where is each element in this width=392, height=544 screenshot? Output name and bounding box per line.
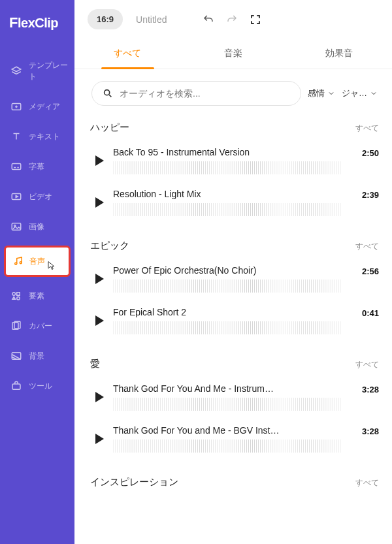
sidebar-item-text[interactable]: テキスト — [0, 121, 74, 152]
aspect-ratio-button[interactable]: 16:9 — [88, 9, 123, 29]
project-title[interactable]: Untitled — [136, 14, 167, 25]
cursor-icon — [46, 261, 56, 271]
main: 16:9 Untitled すべて 音楽 効果音 感情 ジャ… — [74, 0, 392, 544]
play-icon[interactable] — [95, 197, 104, 208]
sidebar-item-background[interactable]: 背景 — [0, 341, 74, 371]
sidebar-item-video[interactable]: ビデオ — [0, 182, 74, 212]
content: 感情 ジャ… ハッピー すべて Back To 95 - Instrumenta… — [74, 69, 392, 544]
track-title: For Epical Short 2 — [113, 307, 342, 317]
waveform — [113, 203, 342, 216]
sidebar-item-label: メディア — [29, 101, 60, 112]
layers-icon — [10, 65, 22, 77]
toolbox-icon — [10, 380, 22, 392]
track-row[interactable]: For Epical Short 2 0:41 — [86, 302, 383, 344]
sidebar-item-label: 画像 — [29, 221, 44, 232]
track-duration: 2:39 — [351, 189, 379, 200]
section-love: 愛 すべて Thank God For You And Me - Instrum… — [86, 355, 383, 462]
svg-rect-13 — [12, 384, 20, 389]
redo-icon[interactable] — [226, 14, 238, 25]
sidebar-item-media[interactable]: メディア — [0, 91, 74, 121]
section-happy: ハッピー すべて Back To 95 - Instrumental Versi… — [86, 119, 383, 225]
section-title: インスピレーション — [90, 476, 178, 488]
chevron-down-icon — [327, 89, 335, 97]
section-view-all[interactable]: すべて — [355, 359, 379, 370]
track-duration: 2:50 — [351, 147, 379, 158]
search-row: 感情 ジャ… — [91, 81, 378, 106]
section-title: 愛 — [90, 358, 100, 370]
search-box[interactable] — [91, 81, 301, 106]
track-row[interactable]: Resolution - Light Mix 2:39 — [86, 184, 383, 225]
topbar: 16:9 Untitled — [74, 0, 392, 39]
sidebar-item-label: 音声 — [29, 256, 45, 267]
waveform — [113, 321, 342, 334]
waveform — [113, 280, 342, 293]
play-icon[interactable] — [95, 315, 104, 326]
track-duration: 0:41 — [351, 307, 379, 318]
section-view-all[interactable]: すべて — [355, 123, 379, 134]
logo: FlexClip — [0, 0, 74, 51]
undo-icon[interactable] — [203, 14, 214, 25]
sidebar-item-image[interactable]: 画像 — [0, 212, 74, 242]
sidebar-item-subtitle[interactable]: 字幕 — [0, 152, 74, 182]
video-icon — [10, 191, 22, 202]
tab-music[interactable]: 音楽 — [180, 39, 286, 69]
waveform — [113, 440, 342, 453]
track-row[interactable]: Thank God For You and Me - BGV Inst… 3:2… — [86, 420, 383, 462]
sidebar-item-label: 要素 — [29, 291, 44, 302]
play-icon[interactable] — [95, 392, 104, 402]
track-title: Thank God For You and Me - BGV Inst… — [113, 425, 342, 436]
tab-all[interactable]: すべて — [74, 39, 180, 69]
waveform — [113, 398, 342, 411]
play-icon[interactable] — [95, 155, 104, 166]
svg-point-9 — [17, 297, 20, 300]
filter-genre[interactable]: ジャ… — [342, 88, 378, 99]
track-title: Resolution - Light Mix — [113, 189, 342, 199]
track-title: Power Of Epic Orchestra(No Choir) — [113, 265, 342, 276]
play-icon[interactable] — [95, 274, 104, 284]
text-icon — [10, 131, 22, 142]
svg-point-5 — [15, 263, 17, 264]
section-epic: エピック すべて Power Of Epic Orchestra(No Choi… — [86, 237, 383, 344]
track-duration: 2:56 — [351, 265, 379, 276]
svg-point-7 — [12, 293, 16, 296]
filter-emotion[interactable]: 感情 — [308, 88, 335, 99]
section-view-all[interactable]: すべて — [355, 477, 379, 488]
section-view-all[interactable]: すべて — [355, 241, 379, 252]
sidebar-item-elements[interactable]: 要素 — [0, 281, 74, 311]
background-icon — [10, 350, 22, 362]
svg-point-14 — [105, 90, 110, 95]
waveform — [113, 161, 342, 174]
sidebar-items: テンプレート メディア テキスト 字幕 ビデオ 画像 音声 — [0, 51, 74, 401]
fullscreen-icon[interactable] — [250, 14, 261, 25]
folder-plus-icon — [10, 101, 22, 112]
sidebar-item-label: 背景 — [29, 351, 44, 362]
sidebar-item-audio[interactable]: 音声 — [0, 242, 74, 281]
image-icon — [10, 221, 22, 232]
track-row[interactable]: Thank God For You And Me - Instrum… 3:28 — [86, 378, 383, 420]
section-title: エピック — [90, 240, 129, 252]
tabs: すべて 音楽 効果音 — [74, 39, 392, 69]
svg-rect-8 — [17, 293, 20, 296]
sidebar: FlexClip テンプレート メディア テキスト 字幕 ビデオ 画像 — [0, 0, 74, 544]
shapes-icon — [10, 290, 22, 302]
search-input[interactable] — [120, 88, 290, 99]
track-title: Thank God For You And Me - Instrum… — [113, 383, 342, 394]
svg-rect-1 — [12, 164, 21, 170]
section-title: ハッピー — [90, 121, 129, 134]
chevron-down-icon — [370, 89, 378, 97]
sidebar-item-tools[interactable]: ツール — [0, 371, 74, 401]
sidebar-item-templates[interactable]: テンプレート — [0, 51, 74, 91]
sidebar-item-label: ツール — [29, 381, 52, 392]
track-row[interactable]: Power Of Epic Orchestra(No Choir) 2:56 — [86, 260, 383, 302]
play-icon[interactable] — [95, 434, 104, 444]
sidebar-item-label: カバー — [29, 321, 52, 332]
sidebar-item-cover[interactable]: カバー — [0, 311, 74, 341]
svg-point-6 — [20, 262, 22, 264]
track-row[interactable]: Back To 95 - Instrumental Version 2:50 — [86, 142, 383, 184]
tab-sfx[interactable]: 効果音 — [286, 39, 392, 69]
track-title: Back To 95 - Instrumental Version — [113, 147, 342, 157]
track-duration: 3:28 — [351, 383, 379, 394]
sidebar-active-highlight: 音声 — [4, 246, 71, 277]
section-inspiration: インスピレーション すべて — [86, 473, 383, 496]
music-icon — [12, 255, 24, 267]
